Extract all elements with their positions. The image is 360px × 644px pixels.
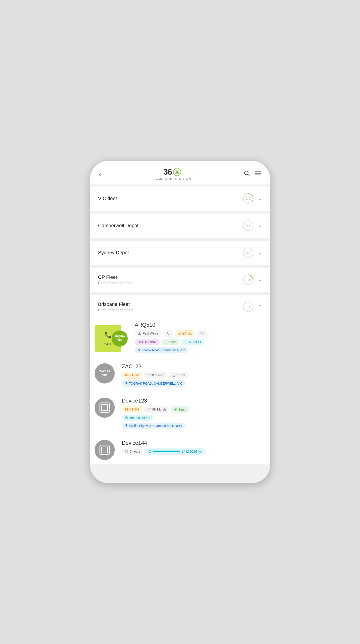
camberwell-chevron[interactable]: ⌄: [258, 223, 262, 228]
svg-line-3: [248, 174, 249, 176]
sydney-badge: 0:2: [242, 247, 254, 258]
arq510-info: ARQ510 Paul Weiss IGNITION: [135, 322, 266, 355]
device144-odo-bar: 149,380.98 km: [145, 448, 206, 454]
svg-line-22: [173, 374, 173, 374]
device144-odo-text: 149,380.98 km: [182, 450, 202, 453]
phone-frame: ‹ 36 ACME CORPORATION: [90, 161, 270, 483]
sydney-badge-text: 0:2: [246, 251, 250, 254]
svg-marker-1: [175, 170, 179, 174]
cp-chevron[interactable]: ⌄: [258, 277, 262, 283]
zac123-info: ZAC123 IGNITION 0.3 km/h: [122, 363, 266, 388]
brisbane-badge-text: 1:4: [246, 305, 250, 308]
fleet-sub-cp: Chris P managed fleet: [98, 281, 134, 285]
brisbane-chevron[interactable]: ⌃: [258, 304, 262, 310]
camberwell-badge-text: 0:2: [246, 224, 250, 228]
fleet-card-sydney: Sydney Depot 0:2 ⌄: [90, 240, 270, 265]
arq510-odo-tag: 6,369.11: [181, 339, 204, 345]
camberwell-badge: 0:2: [242, 220, 254, 232]
arq510-person-tag: Paul Weiss: [135, 330, 162, 337]
scroll-content: VIC fleet 2:6 ⌄ Camberwe: [90, 185, 270, 483]
vehicle-row-arq510: CALL ARQ510 VIC ARQ510 Paul Weiss: [90, 318, 270, 359]
svg-point-18: [149, 376, 149, 376]
zac123-location-tag: TOORAK ROAD, CAMBERWELL, VIC: [122, 380, 186, 386]
menu-icon[interactable]: [255, 170, 261, 177]
fleet-header-camberwell[interactable]: Camberwell Depot 0:2 ⌄: [90, 214, 270, 238]
arq510-time-tag: 1 min: [161, 339, 180, 345]
svg-line-29: [126, 450, 126, 450]
fleet-name-vic: VIC fleet: [98, 196, 117, 202]
call-icon: [104, 331, 112, 341]
fleet-card-brisbane: Brisbane Fleet Chris P managed fleet 1:4…: [90, 295, 270, 465]
vehicle-row-device144: Device144 7 hours 149,380.98 km: [90, 435, 270, 465]
search-icon[interactable]: [244, 170, 250, 178]
arq-circle-badge: ARQ510 VIC: [112, 330, 128, 346]
zac123-ignition-tag: IGNITION: [122, 372, 142, 378]
fleet-name-brisbane: Brisbane Fleet: [98, 302, 134, 307]
device144-time-tag: 7 hours: [122, 448, 144, 454]
svg-point-15: [202, 334, 203, 335]
arq510-wifi-tag: [197, 330, 208, 337]
arq510-shutdown-tag: SHUTDOWN: [135, 339, 160, 345]
arq510-name: ARQ510: [135, 322, 266, 328]
fleet-sub-brisbane: Chris P managed fleet: [98, 308, 134, 312]
device123-speed-tag: 99.1 km/h: [144, 406, 169, 413]
arq510-phone-tag: [163, 330, 173, 337]
fleet-header-cp[interactable]: CP Fleet Chris P managed fleet 1:1 ⌄: [90, 268, 270, 292]
zac123-circle: ZAC123 VIC: [94, 363, 115, 384]
vic-badge-text: 2:6: [246, 197, 250, 200]
vehicle-row-zac123: ZAC123 VIC ZAC123 IGNITION: [90, 359, 270, 393]
back-button[interactable]: ‹: [99, 170, 101, 178]
device123-circle: [94, 398, 115, 418]
zac123-speed-tag: 0.3 km/h: [144, 372, 168, 378]
device144-circle: [94, 440, 115, 460]
arq510-location-tag: Toorak Road, Camberwell, VIC: [135, 347, 188, 353]
fleet-card-camberwell: Camberwell Depot 0:2 ⌄: [90, 214, 270, 238]
header-actions: [244, 170, 261, 178]
device123-time-tag: 1 min: [171, 406, 189, 413]
svg-point-23: [149, 410, 149, 411]
cp-badge: 1:1: [242, 274, 254, 286]
fleet-name-camberwell: Camberwell Depot: [98, 223, 139, 228]
fleet-header-vic[interactable]: VIC fleet 2:6 ⌄: [90, 186, 270, 211]
fleet-card-cp: CP Fleet Chris P managed fleet 1:1 ⌄: [90, 268, 270, 292]
zac123-name: ZAC123: [122, 363, 266, 370]
company-name: ACME CORPORATION: [154, 177, 191, 180]
arq510-ignition-tag: IGNITION: [175, 330, 196, 337]
cp-badge-text: 1:1: [246, 278, 250, 282]
vehicle-row-device123: Device123 IGNITION 99.1 km/h: [90, 393, 270, 435]
logo: 36 ACME CORPORATION: [154, 167, 191, 180]
device144-info: Device144 7 hours 149,380.98 km: [122, 440, 266, 456]
device123-odo-tag: 396,246.38 km: [122, 414, 154, 421]
vic-badge: 2:6: [242, 193, 254, 204]
fleet-name-sydney: Sydney Depot: [98, 250, 129, 256]
device123-ignition-tag: IGNITION: [122, 406, 142, 413]
device144-name: Device144: [122, 440, 266, 446]
logo-icon: [173, 168, 181, 176]
vic-chevron[interactable]: ⌄: [258, 196, 262, 202]
device123-name: Device123: [122, 398, 266, 404]
fleet-header-brisbane[interactable]: Brisbane Fleet Chris P managed fleet 1:4…: [90, 295, 270, 318]
app-header: ‹ 36 ACME CORPORATION: [90, 161, 270, 185]
device123-info: Device123 IGNITION 99.1 km/h: [122, 398, 266, 431]
logo-text-360: 36: [164, 167, 172, 177]
zac123-time-tag: 1 day: [169, 372, 188, 378]
call-label: CALL: [104, 342, 112, 346]
sydney-chevron[interactable]: ⌄: [258, 250, 262, 256]
fleet-header-sydney[interactable]: Sydney Depot 0:2 ⌄: [90, 240, 270, 265]
fleet-name-cp: CP Fleet: [98, 274, 134, 280]
device123-location-tag: Pacific Highway, Boambee East, NSW: [122, 422, 185, 429]
brisbane-badge: 1:4: [242, 301, 254, 312]
fleet-card-vic: VIC fleet 2:6 ⌄: [90, 186, 270, 211]
